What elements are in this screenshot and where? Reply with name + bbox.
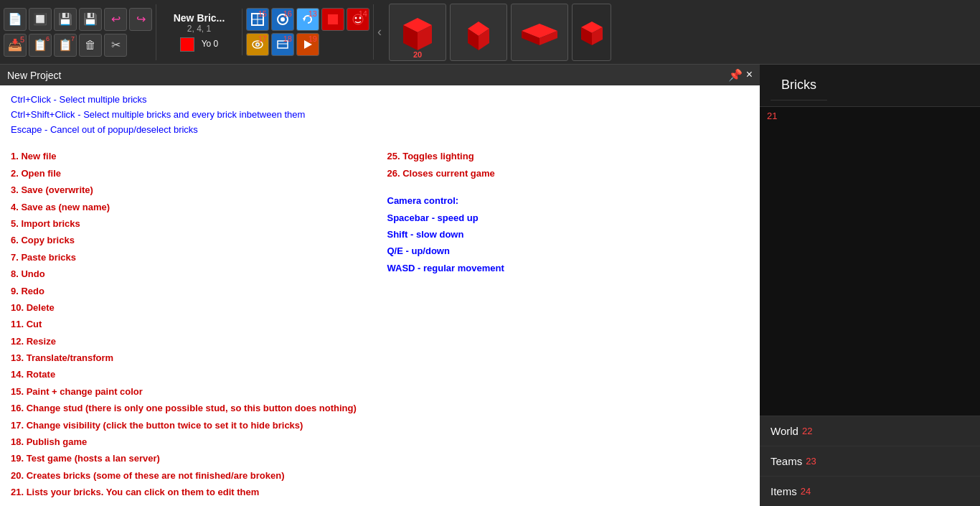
help-item-left: 21. Lists your bricks. You can click on … — [11, 484, 373, 500]
tool-19-button[interactable]: 19 — [296, 33, 319, 56]
help-panel: New Project 📌 × Ctrl+Click - Select mult… — [0, 65, 760, 506]
camera-item: Spacebar - speed up — [387, 210, 750, 226]
brick-thumbnails: 20 — [385, 0, 980, 65]
nav-left-arrow[interactable]: ‹ — [374, 24, 385, 39]
items-number: 24 — [801, 486, 811, 497]
teams-label: Teams — [771, 455, 802, 467]
world-number: 22 — [802, 426, 812, 436]
color-indicator[interactable] — [180, 37, 194, 52]
brick-thumb-20[interactable]: 20 — [389, 4, 446, 61]
new-file-button[interactable]: 📄 — [4, 8, 27, 31]
camera-item: Q/E - up/down — [387, 243, 750, 259]
help-col-left: 1. New file2. Open file3. Save (overwrit… — [11, 148, 373, 506]
help-title-bar: New Project 📌 × — [0, 65, 760, 85]
save-overwrite-button[interactable]: 💾 — [54, 8, 77, 31]
project-title: New Bric... — [174, 12, 225, 24]
bricks-number-21: 21 — [760, 107, 980, 125]
right-sidebar: Bricks 21 World 22 Teams 23 Items 24 — [760, 65, 980, 506]
svg-rect-6 — [328, 14, 338, 24]
help-col-right: 25. Toggles lighting26. Closes current g… — [387, 148, 750, 506]
hint-2: Ctrl+Shift+Click - Select multiple brick… — [11, 108, 749, 123]
world-label: World — [771, 425, 798, 437]
tool-16-button[interactable]: 16 — [271, 8, 294, 31]
items-label: Items — [771, 485, 797, 497]
help-title: New Project — [7, 70, 61, 81]
redo-button[interactable]: ↪ — [129, 8, 152, 31]
save-as-button[interactable]: 💾 — [79, 8, 102, 31]
toolbar-left-buttons: 📄 🔲 💾 💾 ↩ ↪ 📥 5 📋 6 📋 7 🗑 ✂ — [0, 4, 156, 60]
help-item-left: 4. Save as (new name) — [11, 199, 373, 215]
paste-brick-button[interactable]: 📋 7 — [54, 34, 77, 57]
sidebar-footer: World 22 Teams 23 Items 24 — [760, 416, 980, 506]
camera-item: Shift - slow down — [387, 226, 750, 243]
undo-button[interactable]: ↩ — [104, 8, 127, 31]
toolbar-row-2: 📥 5 📋 6 📋 7 🗑 ✂ — [4, 34, 152, 57]
help-item-left: 8. Undo — [11, 266, 373, 282]
help-item-left: 1. New file — [11, 148, 373, 164]
tool-face-button[interactable]: 14 — [347, 8, 369, 31]
help-close-button[interactable]: × — [746, 68, 753, 82]
tool-18-button[interactable]: 18 — [271, 33, 294, 56]
help-pin-icon[interactable]: 📌 — [728, 68, 743, 82]
coords-display: 2, 4, 1 — [187, 24, 211, 34]
hint-1: Ctrl+Click - Select multiple bricks — [11, 93, 749, 108]
svg-marker-5 — [303, 18, 306, 22]
toolbar-center: New Bric... 2, 4, 1 Yo 0 — [156, 9, 242, 55]
teams-number: 23 — [806, 456, 816, 467]
help-item-left: 22. Change environmental variables — [11, 501, 373, 506]
toolbar-row-1: 📄 🔲 💾 💾 ↩ ↪ — [4, 8, 152, 31]
items-item[interactable]: Items 24 — [760, 476, 980, 506]
help-item-left: 10. Delete — [11, 299, 373, 316]
help-title-icons: 📌 × — [728, 68, 753, 82]
help-item-right: 25. Toggles lighting — [387, 148, 750, 164]
help-item-left: 7. Paste bricks — [11, 249, 373, 266]
brick-thumb-4[interactable] — [572, 4, 611, 61]
copy-brick-button[interactable]: 📋 6 — [29, 34, 52, 57]
camera-title: Camera control: — [387, 192, 750, 209]
bricks-title: Bricks — [771, 70, 827, 100]
hint-3: Escape - Cancel out of popup/deselect br… — [11, 123, 749, 138]
tools-row-top: 15 16 13 14 — [246, 8, 369, 31]
help-item-left: 18. Publish game — [11, 434, 373, 450]
help-item-left: 12. Resize — [11, 333, 373, 350]
scan-button[interactable]: 🔲 — [29, 8, 52, 31]
help-item-left: 6. Copy bricks — [11, 232, 373, 248]
import-button[interactable]: 📥 5 — [4, 34, 27, 57]
help-item-left: 15. Paint + change paint color — [11, 383, 373, 400]
brick-thumb-3[interactable] — [511, 4, 568, 61]
red-square-button[interactable] — [321, 8, 344, 31]
help-item-left: 9. Redo — [11, 283, 373, 299]
camera-item: WASD - regular movement — [387, 260, 750, 276]
cut-button[interactable]: ✂ — [104, 34, 127, 57]
brick-thumb-2[interactable] — [450, 4, 507, 61]
help-item-left: 20. Creates bricks (some of these are no… — [11, 467, 373, 484]
tool-17-button[interactable]: 17 — [246, 33, 269, 56]
help-item-left: 17. Change visibility (click the button … — [11, 417, 373, 434]
help-item-left: 5. Import bricks — [11, 215, 373, 232]
toolbar: 📄 🔲 💾 💾 ↩ ↪ 📥 5 📋 6 📋 7 🗑 ✂ New — [0, 0, 980, 65]
help-item-left: 13. Translate/transform — [11, 350, 373, 366]
help-content: Ctrl+Click - Select multiple bricks Ctrl… — [0, 85, 760, 506]
help-item-right: 26. Closes current game — [387, 165, 750, 182]
help-item-left: 2. Open file — [11, 165, 373, 182]
delete-button[interactable]: 🗑 — [79, 34, 102, 57]
tool-15-button[interactable]: 15 — [246, 8, 269, 31]
main-area: New Project 📌 × Ctrl+Click - Select mult… — [0, 65, 980, 506]
help-item-left: 11. Cut — [11, 316, 373, 332]
teams-item[interactable]: Teams 23 — [760, 446, 980, 476]
tools-row-bottom: 17 18 19 — [246, 33, 369, 56]
help-item-left: 19. Test game (hosts a lan server) — [11, 450, 373, 467]
help-item-left: 14. Rotate — [11, 366, 373, 383]
brick-20-label: 20 — [413, 50, 422, 59]
bricks-list-area[interactable]: 21 — [760, 107, 980, 416]
world-item[interactable]: World 22 — [760, 416, 980, 446]
yo-display: Yo 0 — [202, 39, 219, 49]
tool-13-button[interactable]: 13 — [296, 8, 319, 31]
svg-point-8 — [355, 17, 357, 19]
help-item-left: 16. Change stud (there is only one possi… — [11, 400, 373, 416]
svg-point-12 — [257, 44, 259, 46]
help-item-left: 3. Save (overwrite) — [11, 182, 373, 198]
help-columns: 1. New file2. Open file3. Save (overwrit… — [11, 148, 749, 506]
